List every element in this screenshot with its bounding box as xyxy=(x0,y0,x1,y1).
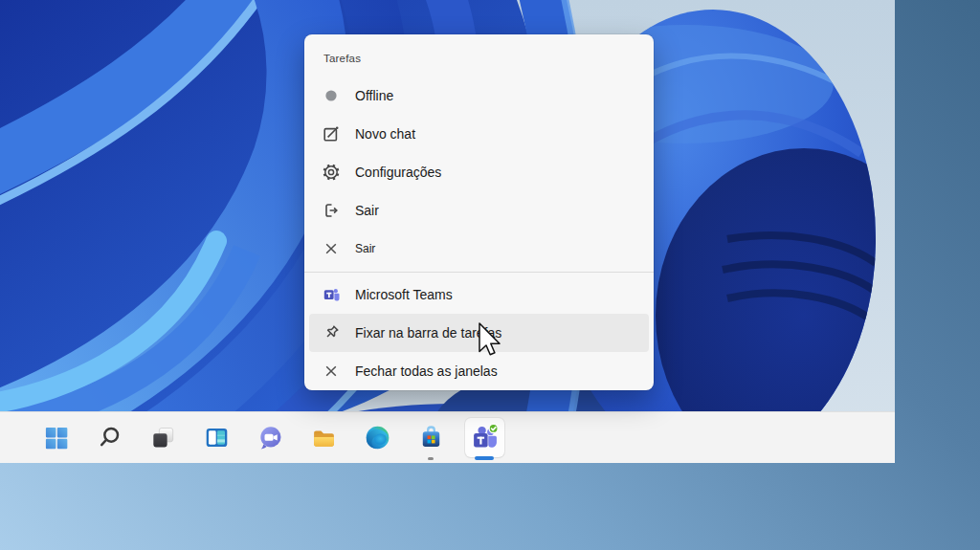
teams-logo-icon xyxy=(322,285,341,304)
menu-item-offline[interactable]: Offline xyxy=(304,77,654,115)
menu-item-close-all-windows[interactable]: Fechar todas as janelas xyxy=(304,352,654,390)
screen: { "menu": { "header": "Tarefas", "items"… xyxy=(0,0,980,550)
menu-item-exit[interactable]: Sair xyxy=(304,230,654,268)
menu-item-label: Configurações xyxy=(355,165,441,180)
task-view-icon xyxy=(150,425,176,451)
taskbar-task-view-button[interactable] xyxy=(136,414,189,462)
running-indicator xyxy=(428,457,434,460)
menu-item-settings[interactable]: Configurações xyxy=(304,153,654,191)
menu-item-label: Sair xyxy=(355,242,375,255)
taskbar-store-button[interactable] xyxy=(404,414,457,462)
settings-gear-icon xyxy=(322,163,341,182)
microsoft-store-icon xyxy=(418,425,444,451)
teams-icon xyxy=(471,424,499,451)
menu-item-app-microsoft-teams[interactable]: Microsoft Teams xyxy=(304,275,654,314)
taskbar-teams-button[interactable] xyxy=(457,414,511,462)
presence-offline-icon xyxy=(322,86,341,105)
search-icon xyxy=(97,425,122,451)
menu-item-label: Offline xyxy=(355,88,393,103)
chat-icon xyxy=(257,425,283,451)
active-window-indicator xyxy=(475,456,494,460)
taskbar-edge-button[interactable] xyxy=(350,414,404,462)
widgets-icon xyxy=(204,425,230,451)
menu-section-header: Tarefas xyxy=(304,34,654,77)
desktop: Tarefas Offline Novo chat xyxy=(0,0,895,463)
taskbar-file-explorer-button[interactable] xyxy=(297,414,350,462)
menu-item-label: Microsoft Teams xyxy=(355,287,453,302)
windows-start-icon xyxy=(43,425,69,451)
menu-item-new-chat[interactable]: Novo chat xyxy=(304,115,654,153)
taskbar xyxy=(0,411,895,463)
close-x-icon xyxy=(322,362,341,381)
active-app-highlight xyxy=(465,418,504,457)
taskbar-search-button[interactable] xyxy=(82,414,136,462)
menu-separator xyxy=(304,268,654,275)
sign-out-icon xyxy=(322,201,341,220)
taskbar-start-button[interactable] xyxy=(29,414,82,462)
menu-item-sign-out[interactable]: Sair xyxy=(304,191,654,230)
taskbar-chat-button[interactable] xyxy=(243,414,297,462)
pin-icon xyxy=(322,323,341,342)
mouse-cursor xyxy=(479,322,501,357)
taskbar-widgets-button[interactable] xyxy=(189,414,243,462)
new-chat-icon xyxy=(322,124,341,143)
menu-item-label: Sair xyxy=(355,203,379,218)
menu-item-label: Fechar todas as janelas xyxy=(355,363,498,379)
file-explorer-icon xyxy=(311,425,337,451)
close-x-icon xyxy=(322,239,341,258)
edge-icon xyxy=(365,425,390,451)
menu-item-label: Novo chat xyxy=(355,126,415,142)
